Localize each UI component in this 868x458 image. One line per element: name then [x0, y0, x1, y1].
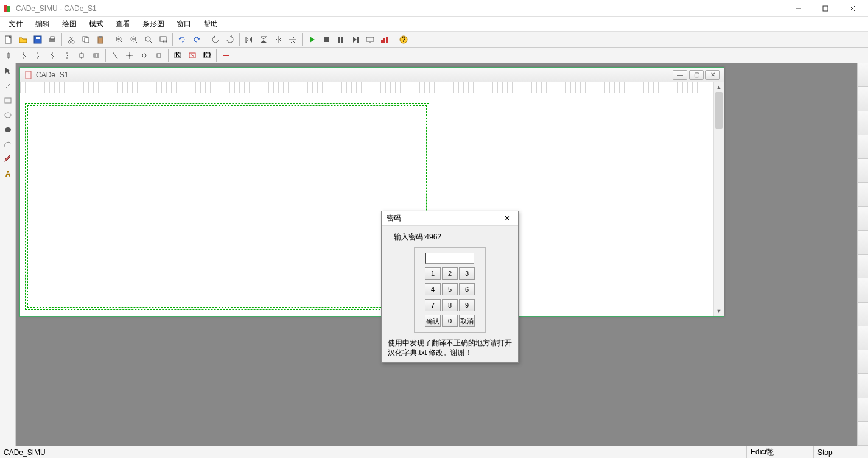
copy-icon[interactable]: [79, 33, 93, 46]
keypad-2[interactable]: 2: [442, 267, 458, 280]
save-icon[interactable]: [30, 33, 45, 46]
new-file-icon[interactable]: [1, 33, 16, 46]
text-tool-icon[interactable]: A: [1, 167, 15, 180]
open-file-icon[interactable]: [16, 33, 30, 46]
palette-seg-12[interactable]: [858, 326, 868, 350]
keypad-5[interactable]: 5: [442, 283, 458, 295]
palette-seg-2[interactable]: [858, 87, 868, 111]
relay-icon[interactable]: [74, 49, 89, 62]
palette-seg-4[interactable]: [858, 135, 868, 159]
drawing-canvas[interactable]: [20, 82, 713, 316]
help-icon[interactable]: ?: [396, 33, 411, 46]
chart-icon[interactable]: [377, 33, 392, 46]
filled-ellipse-icon[interactable]: [1, 123, 15, 136]
password-input[interactable]: [425, 253, 474, 264]
paste-icon[interactable]: [93, 33, 108, 46]
palette-seg-10[interactable]: [858, 278, 868, 302]
vertical-scrollbar[interactable]: ▲ ▼: [713, 82, 724, 316]
contact-no-icon[interactable]: [30, 49, 45, 62]
scroll-down-icon[interactable]: ▼: [714, 306, 724, 316]
scroll-up-icon[interactable]: ▲: [714, 82, 724, 92]
terminal-icon[interactable]: [152, 49, 166, 62]
doc-maximize-button[interactable]: ▢: [689, 70, 704, 80]
rotate-left-icon[interactable]: [208, 33, 223, 46]
line-color-icon[interactable]: [219, 49, 233, 62]
coil-icon[interactable]: [89, 49, 103, 62]
keypad-8[interactable]: 8: [442, 299, 458, 311]
menu-edit[interactable]: 编辑: [29, 17, 56, 31]
menu-barchart[interactable]: 条形图: [136, 17, 170, 31]
ok-button[interactable]: 确认: [425, 315, 441, 327]
wire-icon[interactable]: [108, 49, 122, 62]
palette-seg-9[interactable]: [858, 255, 868, 278]
pointer-icon[interactable]: [1, 65, 15, 78]
zoom-fit-icon[interactable]: [141, 33, 156, 46]
keypad-7[interactable]: 7: [425, 299, 441, 311]
arc-tool-icon[interactable]: [1, 138, 15, 151]
mirror-v-icon[interactable]: [285, 33, 300, 46]
minimize-button[interactable]: [785, 1, 812, 16]
rotate-right-icon[interactable]: [223, 33, 237, 46]
close-button[interactable]: [839, 1, 866, 16]
line-tool-icon[interactable]: [1, 79, 15, 93]
doc-minimize-button[interactable]: —: [673, 70, 687, 80]
io-icon[interactable]: IO: [200, 49, 214, 62]
zoom-out-icon[interactable]: [127, 33, 141, 46]
node-icon[interactable]: [137, 49, 152, 62]
palette-seg-8[interactable]: [858, 231, 868, 255]
redo-icon[interactable]: [189, 33, 204, 46]
cut-icon[interactable]: [64, 33, 79, 46]
keypad-0[interactable]: 0: [442, 315, 458, 327]
menu-window[interactable]: 窗口: [170, 17, 197, 31]
zoom-in-icon[interactable]: [112, 33, 127, 46]
palette-seg-14[interactable]: [858, 374, 868, 398]
palette-seg-15[interactable]: [858, 398, 868, 422]
keypad-6[interactable]: 6: [459, 283, 475, 295]
pause-icon[interactable]: [334, 33, 348, 46]
timer-icon[interactable]: K: [170, 49, 185, 62]
palette-seg-1[interactable]: [858, 63, 868, 87]
dialog-close-button[interactable]: ✕: [501, 213, 513, 224]
keypad-3[interactable]: 3: [459, 267, 475, 280]
monitor-icon[interactable]: [363, 33, 377, 46]
undo-icon[interactable]: [175, 33, 189, 46]
breaker-icon[interactable]: [60, 49, 74, 62]
contact-nc-icon[interactable]: [45, 49, 60, 62]
palette-seg-11[interactable]: [858, 303, 868, 326]
scroll-thumb[interactable]: [715, 92, 723, 129]
flip-v-icon[interactable]: [256, 33, 271, 46]
ellipse-tool-icon[interactable]: [1, 108, 15, 122]
palette-seg-6[interactable]: [858, 183, 868, 206]
menu-help[interactable]: 帮助: [197, 17, 224, 31]
stop-icon[interactable]: [319, 33, 334, 46]
print-icon[interactable]: [45, 33, 60, 46]
menu-draw[interactable]: 绘图: [56, 17, 83, 31]
palette-seg-16[interactable]: [858, 422, 868, 446]
svg-rect-28: [160, 37, 166, 41]
flip-h-icon[interactable]: [242, 33, 256, 46]
cancel-button[interactable]: 取消: [459, 315, 475, 327]
maximize-button[interactable]: [812, 1, 839, 16]
dialog-titlebar[interactable]: 密码 ✕: [382, 211, 518, 226]
junction-icon[interactable]: [122, 49, 137, 62]
doc-close-button[interactable]: ✕: [705, 70, 720, 80]
palette-seg-13[interactable]: [858, 350, 868, 374]
zoom-window-icon[interactable]: [156, 33, 170, 46]
keypad-9[interactable]: 9: [459, 299, 475, 311]
keypad-4[interactable]: 4: [425, 283, 441, 295]
fuse-icon[interactable]: [1, 49, 16, 62]
switch-icon[interactable]: [16, 49, 30, 62]
menu-mode[interactable]: 模式: [83, 17, 110, 31]
menu-file[interactable]: 文件: [2, 17, 29, 31]
palette-seg-3[interactable]: [858, 111, 868, 135]
play-icon[interactable]: [304, 33, 319, 46]
rect-tool-icon[interactable]: [1, 94, 15, 107]
keypad-1[interactable]: 1: [425, 267, 441, 280]
counter-icon[interactable]: [185, 49, 200, 62]
menu-view[interactable]: 查看: [110, 17, 136, 31]
palette-seg-5[interactable]: [858, 159, 868, 183]
step-icon[interactable]: [348, 33, 363, 46]
palette-seg-7[interactable]: [858, 207, 868, 231]
brush-icon[interactable]: [1, 152, 15, 166]
mirror-h-icon[interactable]: [271, 33, 285, 46]
